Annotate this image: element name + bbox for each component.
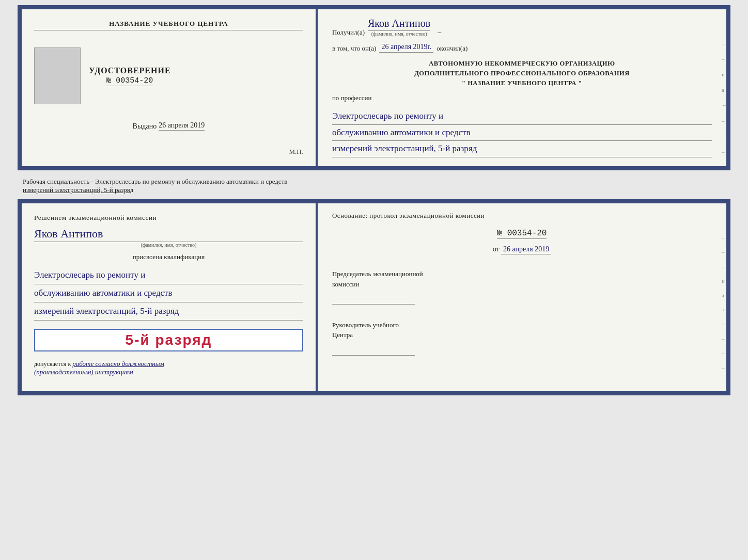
qual-line3: измерений электростанций, 5-й разряд [34, 302, 303, 321]
rukovoditel-label: Руководитель учебного [332, 320, 712, 330]
middle-text-line1: Рабочая специальность - Электрослесарь п… [23, 178, 287, 185]
poluchil-row: Получил(а) Яков Антипов (фамилия, имя, о… [332, 18, 712, 37]
predsedatel-label2: комиссии [332, 279, 712, 290]
vtom-prefix: в том, что он(а) [332, 44, 377, 53]
rukovoditel-block: Руководитель учебного Центра [332, 320, 712, 359]
resheniem-text: Решением экзаменационной комиссии [34, 214, 303, 222]
protocol-number: № 00354-20 [497, 229, 547, 239]
qual-line2: обслуживанию автоматики и средств [34, 284, 303, 302]
cert-top-left: НАЗВАНИЕ УЧЕБНОГО ЦЕНТРА УДОСТОВЕРЕНИЕ №… [22, 9, 318, 166]
predsedatel-block: Председатель экзаменационной комиссии [332, 269, 712, 308]
ot-date-val: 26 апреля 2019 [501, 245, 551, 254]
school-name-top: НАЗВАНИЕ УЧЕБНОГО ЦЕНТРА [34, 20, 303, 30]
org-line1: АВТОНОМНУЮ НЕКОММЕРЧЕСКУЮ ОРГАНИЗАЦИЮ [332, 59, 712, 69]
middle-text-line2: измерений электростанций, 5-й разряд [23, 186, 133, 194]
qual-line1: Электрослесарь по ремонту и [34, 266, 303, 284]
middle-text-block: Рабочая специальность - Электрослесарь п… [18, 174, 730, 195]
side-dashes-bottom: – – – и а ← – – – – [722, 234, 727, 371]
org-line2: ДОПОЛНИТЕЛЬНОГО ПРОФЕССИОНАЛЬНОГО ОБРАЗО… [332, 69, 712, 78]
ot-date-row: от 26 апреля 2019 [332, 245, 712, 254]
prisvoena-text: присвоена квалификация [34, 253, 303, 261]
vydano-date: 26 апреля 2019 [159, 121, 205, 131]
dopuskaetsya-prefix: допускается к [34, 360, 71, 367]
udostoverenie-block: УДОСТОВЕРЕНИЕ № 00354-20 [89, 66, 171, 86]
poluchil-name-block: Яков Антипов (фамилия, имя, отчество) [368, 18, 430, 37]
po-professii: по профессии [332, 94, 712, 102]
org-name-quote: " НАЗВАНИЕ УЧЕБНОГО ЦЕНТРА " [332, 78, 712, 88]
dash-top: – [438, 28, 441, 37]
left-main-area: УДОСТОВЕРЕНИЕ № 00354-20 [34, 47, 303, 104]
osnovanie-text: Основание: протокол экзаменационной коми… [332, 212, 712, 220]
document-container: НАЗВАНИЕ УЧЕБНОГО ЦЕНТРА УДОСТОВЕРЕНИЕ №… [18, 5, 730, 395]
dopuskaetsya-italic: работе согласно должностным [72, 360, 164, 367]
fio-subtitle-top: (фамилия, имя, отчество) [368, 31, 430, 37]
cert-number-top: № 00354-20 [106, 76, 153, 86]
profession-line3: измерений электростанций, 5-й разряд [332, 141, 712, 157]
ot-label: от [493, 245, 500, 253]
rukovoditel-signature-line [332, 343, 415, 356]
protocol-block: № 00354-20 [332, 228, 712, 239]
rukovoditel-label2: Центра [332, 330, 712, 340]
okonchil-label: окончил(а) [437, 44, 467, 53]
fio-block-bottom: Яков Антипов (фамилия, имя, отчество) [34, 227, 303, 248]
cert-top-right: Получил(а) Яков Антипов (фамилия, имя, о… [318, 9, 726, 166]
fio-subtitle-bottom: (фамилия, имя, отчество) [34, 242, 303, 248]
cert-bottom-left: Решением экзаменационной комиссии Яков А… [22, 203, 318, 391]
vtom-row: в том, что он(а) 26 апреля 2019г. окончи… [332, 43, 712, 53]
cert-bottom-right: Основание: протокол экзаменационной коми… [318, 203, 726, 391]
photo-placeholder [34, 47, 81, 104]
udostoverenie-title: УДОСТОВЕРЕНИЕ [89, 66, 171, 75]
vtom-date: 26 апреля 2019г. [379, 43, 433, 53]
cert-top: НАЗВАНИЕ УЧЕБНОГО ЦЕНТРА УДОСТОВЕРЕНИЕ №… [18, 5, 730, 170]
vydano-label: Выдано [133, 122, 157, 131]
profession-line1: Электрослесарь по ремонту и [332, 108, 712, 125]
dopuskaetsya-row: допускается к работе согласно должностны… [34, 360, 303, 376]
cert-bottom: Решением экзаменационной комиссии Яков А… [18, 199, 730, 395]
razryad-badge: 5-й разряд [34, 329, 303, 351]
qualification-block: Электрослесарь по ремонту и обслуживанию… [34, 266, 303, 321]
recipient-name: Яков Антипов [368, 18, 430, 31]
predsedatel-signature-line [332, 292, 415, 305]
dopuskaetsya-italic2: (производственным) инструкциям [34, 368, 133, 376]
mp-label: М.П. [289, 148, 303, 156]
fio-name-large: Яков Антипов [34, 227, 303, 242]
razryad-text: 5-й разряд [126, 332, 212, 348]
org-block: АВТОНОМНУЮ НЕКОММЕРЧЕСКУЮ ОРГАНИЗАЦИЮ ДО… [332, 59, 712, 88]
poluchil-label: Получил(а) [332, 28, 365, 37]
profession-line2: обслуживанию автоматики и средств [332, 125, 712, 141]
vydano-row: Выдано 26 апреля 2019 [133, 121, 205, 131]
side-dashes-top: – – и а ← – – – [722, 40, 727, 155]
profession-block: Электрослесарь по ремонту и обслуживанию… [332, 108, 712, 157]
predsedatel-label: Председатель экзаменационной [332, 269, 712, 279]
